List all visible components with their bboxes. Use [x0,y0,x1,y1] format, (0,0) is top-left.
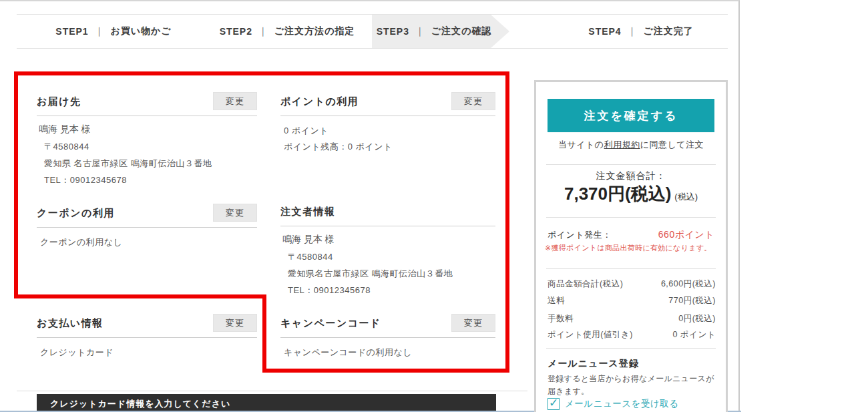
step-2-method: STEP2｜ご注文方法の指定 [214,15,361,48]
fee-row-subtotal: 商品金額合計(税込) 6,600円(税込) [548,278,716,292]
fee-value: 6,600円(税込) [661,278,716,290]
points-balance: ポイント残高：0 ポイント [284,140,495,154]
points-used: 0 ポイント [284,124,495,138]
change-points-button[interactable]: 変更 [451,92,495,110]
orderer-postal: 〒4580844 [288,250,495,264]
step-1-label: お買い物かご [110,25,171,37]
shipping-postal: 〒4580844 [44,140,257,154]
step-4-code: STEP4 [588,26,621,37]
terms-suffix: に同意して注文 [640,140,704,150]
checkout-page: STEP1｜お買い物かご STEP2｜ご注文方法の指定 STEP3｜ご注文の確認… [0,0,740,412]
points-earned-value: 660ポイント [658,229,714,241]
coupon-panel: クーポンの利用 変更 クーポンの利用なし [37,203,257,249]
orderer-name: 鳴海 見本 様 [282,234,495,246]
terms-prefix: 当サイトの [558,140,604,150]
step-2-code: STEP2 [220,26,252,37]
mail-news-title: メールニュース登録 [548,358,639,370]
campaign-code-panel: キャンペーンコード 変更 キャンペーンコードの利用なし [280,313,495,359]
payment-method: クレジットカード [40,346,257,359]
fee-value: 0 ポイント [672,329,716,341]
points-earned-label: ポイント発生： [548,230,612,240]
section-divider [17,391,527,391]
step-4-complete: STEP4｜ご注文完了 [574,15,708,48]
step-separator: ｜ [258,25,268,37]
checkout-steps: STEP1｜お買い物かご STEP2｜ご注文方法の指定 STEP3｜ご注文の確認… [17,14,728,49]
step-3-label: ご注文の確認 [431,25,492,37]
sidebar-divider [546,164,716,165]
order-total-note: (税込) [674,192,698,202]
fee-label: ポイント使用(値引き) [548,330,633,339]
change-payment-button[interactable]: 変更 [213,314,257,332]
fee-row-commission: 手数料 0円(税込) [548,313,716,327]
order-total-label: 注文金額合計： [536,170,726,182]
fee-value: 770円(税込) [668,295,716,306]
points-earned-row: ポイント発生： 660ポイント [548,229,714,241]
fee-label: 手数料 [548,314,574,323]
step-1-code: STEP1 [55,26,88,37]
fee-label: 商品金額合計(税込) [548,279,623,288]
step-separator: ｜ [95,25,105,37]
step-separator: ｜ [628,25,638,37]
newsletter-checkbox-label[interactable]: メールニュースを受け取る [565,398,679,410]
orderer-info-panel: 注文者情報 鳴海 見本 様 〒4580844 愛知県名古屋市緑区 鳴海町伝治山３… [280,202,495,297]
mail-news-description: 登録すると当店からお得なメールニュースが届きます。 [548,373,717,397]
points-earned-note: ※獲得ポイントは商品出荷時に有効になります。 [545,243,722,253]
order-total-price: 7,370円(税込)(税込) [536,182,726,206]
sidebar-divider [546,217,716,218]
orderer-address: 愛知県名古屋市緑区 鳴海町伝治山３番地 [288,267,495,280]
change-shipping-button[interactable]: 変更 [213,92,257,110]
sidebar-divider [546,348,716,349]
credit-card-header-bar: クレジットカード情報を入力してください [37,394,496,412]
step-3-code: STEP3 [377,26,409,37]
coupon-status: クーポンの利用なし [40,236,257,249]
fee-value: 0円(税込) [678,313,716,325]
fee-row-shipping: 送料 770円(税込) [548,295,716,308]
step-1-cart: STEP1｜お買い物かご [40,15,187,48]
fee-label: 送料 [548,296,565,305]
newsletter-opt-in[interactable]: メールニュースを受け取る [548,398,679,410]
shipping-address-panel: お届け先 変更 鳴海 見本 様 〒4580844 愛知県 名古屋市緑区 鳴海町伝… [37,91,257,187]
change-campaign-button[interactable]: 変更 [451,314,495,332]
terms-link[interactable]: 利用規約 [604,140,640,150]
orderer-tel: TEL：09012345678 [288,284,495,297]
step-separator: ｜ [415,25,425,37]
orderer-info-title: 注文者情報 [280,202,495,222]
order-total-value: 7,370円(税込) [564,184,671,204]
step-4-label: ご注文完了 [643,25,693,37]
shipping-tel: TEL：09012345678 [44,174,257,187]
step-2-label: ご注文方法の指定 [274,25,355,37]
checkbox-checked-icon[interactable] [548,398,560,410]
point-usage-panel: ポイントの利用 変更 0 ポイント ポイント残高：0 ポイント [280,91,495,154]
campaign-code-status: キャンペーンコードの利用なし [284,346,495,359]
order-summary-sidebar: 注文を確定する 当サイトの利用規約に同意して注文 注文金額合計： 7,370円(… [534,80,728,412]
payment-info-panel: お支払い情報 変更 クレジットカード [37,313,257,359]
terms-agreement-text: 当サイトの利用規約に同意して注文 [536,139,726,151]
sidebar-divider [546,268,716,269]
change-coupon-button[interactable]: 変更 [213,204,257,222]
step-3-confirm-active: STEP3｜ご注文の確認 [377,15,491,48]
shipping-address: 愛知県 名古屋市緑区 鳴海町伝治山３番地 [44,157,257,170]
fee-row-points-used: ポイント使用(値引き) 0 ポイント [548,329,716,343]
shipping-name: 鳴海 見本 様 [39,124,257,136]
confirm-order-button[interactable]: 注文を確定する [548,99,714,132]
